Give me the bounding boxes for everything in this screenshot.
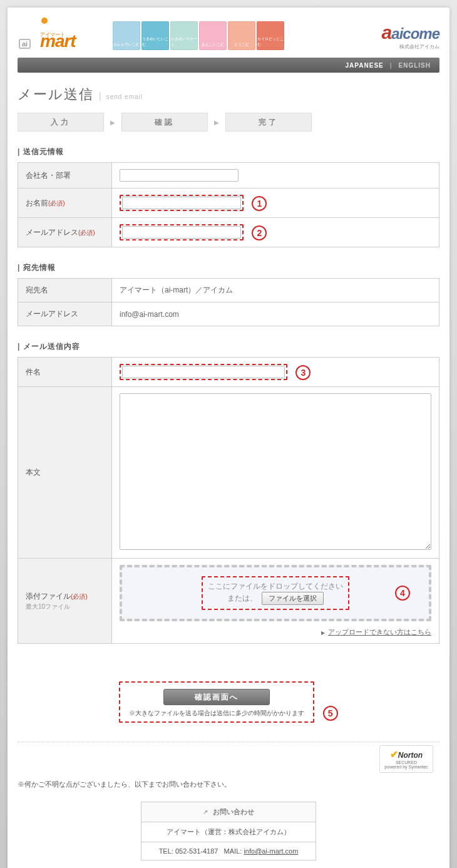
label-name: お名前(必須) <box>18 189 112 218</box>
subject-input[interactable] <box>122 366 285 378</box>
step-input: 入力 <box>18 113 104 132</box>
logo-aimart[interactable]: ai アイマート mart <box>18 19 105 53</box>
value-recipient-email: info@ai-mart.com <box>112 302 439 326</box>
value-recipient-name: アイマート（ai-mart）／アイカム <box>112 279 439 302</box>
annotation-5: 5 <box>323 706 338 721</box>
section-mail-content: メール送信内容 <box>18 341 439 352</box>
label-recipient-name: 宛先名 <box>18 279 112 302</box>
confirm-button[interactable]: 確認画面へ <box>163 689 270 705</box>
logo-aicome[interactable]: aaicome 株式会社アイカム <box>382 22 439 50</box>
company-input[interactable] <box>120 169 239 182</box>
annotation-3: 3 <box>295 365 311 380</box>
lang-english[interactable]: ENGLISH <box>399 62 431 69</box>
page-title: メール送信 | send email <box>18 85 439 104</box>
label-body: 本文 <box>18 387 112 559</box>
category-item[interactable]: うきめいたいこむ <box>141 21 169 50</box>
section-sender-info: 送信元情報 <box>18 147 439 157</box>
contact-mail-link[interactable]: info@ai-mart.com <box>244 847 298 855</box>
choose-file-button[interactable]: ファイルを選択 <box>262 592 324 605</box>
sender-table: 会社名・部署 お名前(必須) 1 メールアドレス(必須) 2 <box>18 162 439 247</box>
contact-box: ↗ お問い合わせ アイマート（運営：株式会社アイカム） TEL: 052-531… <box>141 802 316 860</box>
norton-seal[interactable]: ✔Norton SECURED powered by Symantec <box>379 745 433 773</box>
chevron-right-icon: ▶ <box>110 119 115 126</box>
contact-company: アイマート（運営：株式会社アイカム） <box>141 822 316 842</box>
name-input[interactable] <box>122 197 241 209</box>
category-strip: ホレルでいこむ うきめいたいこむ かきめいスケート あんしいこむ どうこむ カイ… <box>113 21 284 50</box>
lang-japanese[interactable]: JAPANESE <box>346 62 384 69</box>
triangle-icon: ▶ <box>321 630 325 636</box>
file-drop-zone[interactable]: ここにファイルをドロップしてください または、 ファイルを選択 4 <box>120 565 431 621</box>
annotation-4: 4 <box>395 586 410 601</box>
step-confirm: 確認 <box>121 113 208 132</box>
label-company: 会社名・部署 <box>18 163 112 189</box>
content-table: 件名 3 本文 添付ファイル(必須) 最大10ファイル ここにファイルをドロップ… <box>18 357 439 644</box>
annotation-1: 1 <box>252 196 267 211</box>
progress-steps: 入力 ▶ 確認 ▶ 完了 <box>18 113 439 132</box>
header: ai アイマート mart ホレルでいこむ うきめいたいこむ かきめいスケート … <box>18 19 439 53</box>
category-item[interactable]: カイロどっとこむ <box>257 21 284 50</box>
language-bar: JAPANESE | ENGLISH <box>18 58 439 73</box>
annotation-2: 2 <box>252 225 267 240</box>
email-input[interactable] <box>122 226 241 239</box>
label-recipient-email: メールアドレス <box>18 302 112 326</box>
contact-heading: ↗ お問い合わせ <box>141 802 316 822</box>
category-item[interactable]: ホレルでいこむ <box>113 21 140 50</box>
section-recipient-info: 宛先情報 <box>18 262 439 273</box>
category-item[interactable]: かきめいスケート <box>170 21 198 50</box>
recipient-table: 宛先名 アイマート（ai-mart）／アイカム メールアドレス info@ai-… <box>18 278 439 326</box>
label-subject: 件名 <box>18 358 112 387</box>
contact-details: TEL: 052-531-4187 MAIL: info@ai-mart.com <box>141 842 316 860</box>
chevron-right-icon: ▶ <box>214 119 219 126</box>
label-email: メールアドレス(必須) <box>18 218 112 247</box>
check-icon: ✔ <box>390 749 398 760</box>
label-attachment: 添付ファイル(必須) 最大10ファイル <box>18 559 112 644</box>
drop-instruction: ここにファイルをドロップしてください <box>208 581 343 592</box>
submit-note: ※大きなファイルを送る場合は送信に多少の時間がかかります <box>129 709 304 718</box>
arrow-icon: ↗ <box>203 809 208 815</box>
category-item[interactable]: どうこむ <box>228 21 255 50</box>
submit-zone: 確認画面へ ※大きなファイルを送る場合は送信に多少の時間がかかります 5 <box>18 681 439 723</box>
upload-help-link[interactable]: アップロードできない方はこちら <box>328 628 431 636</box>
footer-note: ※何かご不明な点がございましたら、以下までお問い合わせ下さい。 <box>18 780 439 789</box>
category-item[interactable]: あんしいこむ <box>199 21 227 50</box>
step-complete: 完了 <box>225 113 312 132</box>
body-textarea[interactable] <box>120 393 431 550</box>
